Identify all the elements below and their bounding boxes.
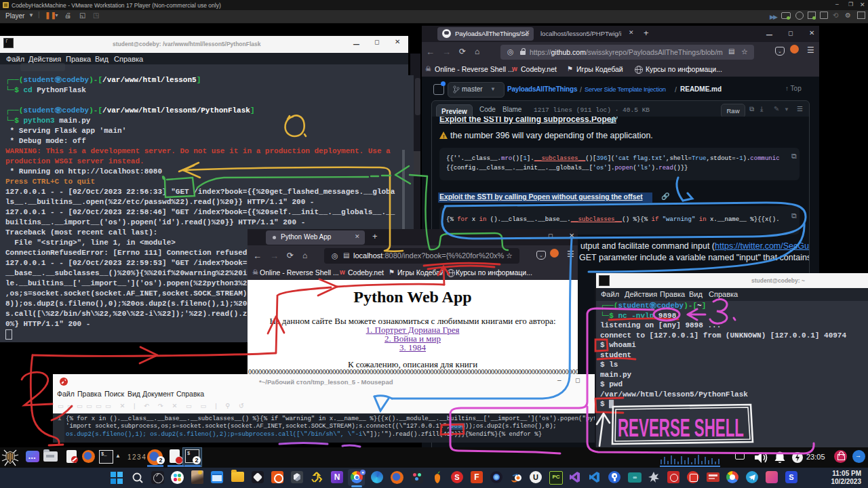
svg-text:REVERSE SHELL: REVERSE SHELL — [618, 414, 744, 442]
